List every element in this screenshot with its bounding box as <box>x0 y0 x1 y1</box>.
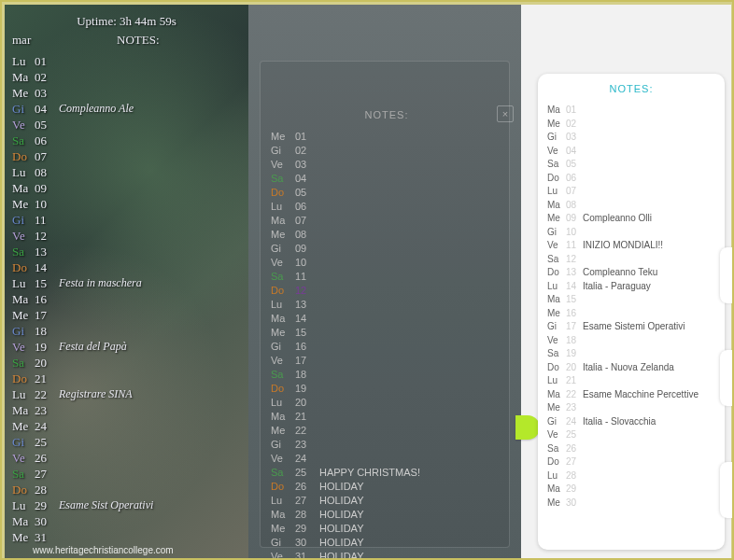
calendar-row: Me30 <box>547 497 715 511</box>
weekday-label: Lu <box>547 374 566 388</box>
calendar-row: Do28 <box>12 482 241 497</box>
calendar-row: Ve26 <box>12 450 241 466</box>
weekday-label: Sa <box>271 466 295 480</box>
day-number: 09 <box>566 212 583 226</box>
day-number: 22 <box>35 386 59 402</box>
calendar-row: Do12 <box>271 284 502 298</box>
day-number: 01 <box>295 130 319 144</box>
weekday-label: Do <box>12 148 35 164</box>
weekday-label: Lu <box>271 298 295 312</box>
weekday-label: Ve <box>271 256 295 270</box>
close-icon[interactable]: × <box>497 105 514 122</box>
weekday-label: Sa <box>547 158 566 172</box>
day-note: Registrare SINA <box>59 386 133 402</box>
weekday-label: Ve <box>547 239 566 253</box>
calendar-row: Me15 <box>271 326 502 340</box>
calendar-row: Ve25 <box>547 428 715 442</box>
day-number: 31 <box>295 550 319 560</box>
weekday-label: Gi <box>547 320 566 334</box>
weekday-label: Ve <box>271 452 295 466</box>
calendar-row: Gi24Italia - Slovacchia <box>547 415 715 429</box>
weekday-label: Gi <box>547 131 566 145</box>
calendar-row: Ve05 <box>12 117 241 133</box>
weekday-label: Do <box>271 186 295 200</box>
day-number: 11 <box>566 239 583 253</box>
day-number: 27 <box>35 466 59 482</box>
day-note: HOLIDAY <box>319 522 363 536</box>
day-number: 06 <box>295 200 319 214</box>
day-note: Compleanno Teku <box>583 266 657 280</box>
calendar-row: Ma01 <box>547 104 715 118</box>
weekday-label: Sa <box>547 253 566 267</box>
calendar-row: Ma28HOLIDAY <box>271 508 502 522</box>
calendar-row: Sa05 <box>547 158 715 172</box>
calendar-row: Lu28 <box>547 469 715 483</box>
day-number: 24 <box>566 415 583 429</box>
calendar-row: Sa25HAPPY CHRISTMAS! <box>271 466 502 480</box>
calendar-row: Ma07 <box>271 214 502 228</box>
day-number: 24 <box>35 418 59 434</box>
day-number: 26 <box>35 450 59 466</box>
day-note: HOLIDAY <box>319 508 363 522</box>
calendar-row: Me17 <box>12 307 241 323</box>
day-number: 03 <box>295 158 319 172</box>
day-note: HOLIDAY <box>319 550 363 560</box>
day-number: 09 <box>295 242 319 256</box>
day-number: 23 <box>295 438 319 452</box>
calendar-row: Me02 <box>547 118 715 132</box>
weekday-label: Me <box>271 228 295 242</box>
day-number: 15 <box>566 293 583 307</box>
day-number: 21 <box>295 410 319 424</box>
day-number: 20 <box>566 361 583 375</box>
side-tab[interactable] <box>720 350 733 406</box>
day-note: HOLIDAY <box>319 536 363 550</box>
day-number: 05 <box>35 117 59 133</box>
calendar-row: Ve10 <box>271 256 502 270</box>
day-number: 10 <box>295 256 319 270</box>
side-tab[interactable] <box>720 247 733 303</box>
weekday-label: Sa <box>12 355 35 371</box>
weekday-label: Do <box>547 455 566 469</box>
day-number: 11 <box>35 212 59 228</box>
calendar-row: Ve12 <box>12 228 241 244</box>
calendar-row: Gi03 <box>547 131 715 145</box>
weekday-label: Ma <box>547 199 566 213</box>
calendar-row: Ve24 <box>271 452 502 466</box>
notes-header: NOTES: <box>547 83 715 94</box>
weekday-label: Me <box>12 307 35 323</box>
day-number: 09 <box>35 180 59 196</box>
calendar-row: Do26HOLIDAY <box>271 480 502 494</box>
day-note: Compleanno Olli <box>583 212 652 226</box>
day-note: Festa in maschera <box>59 275 142 291</box>
day-note: HAPPY CHRISTMAS! <box>319 466 420 480</box>
day-number: 18 <box>566 334 583 348</box>
calendar-row: Gi17Esame Sistemi Operativi <box>547 320 715 334</box>
calendar-row: Me31 <box>12 529 241 545</box>
month-label: mar <box>12 33 59 48</box>
calendar-row: Do21 <box>12 371 241 386</box>
calendar-row: Do13Compleanno Teku <box>547 266 715 280</box>
weekday-label: Sa <box>271 270 295 284</box>
day-number: 23 <box>35 402 59 418</box>
weekday-label: Do <box>271 284 295 298</box>
weekday-label: Ve <box>271 354 295 368</box>
weekday-label: Ma <box>271 214 295 228</box>
weekday-label: Lu <box>12 164 35 180</box>
day-note: Italia - Slovacchia <box>583 415 656 429</box>
weekday-label: Do <box>547 172 566 186</box>
day-number: 28 <box>35 482 59 497</box>
day-number: 13 <box>566 266 583 280</box>
day-note: Esame Macchine Percettive <box>583 388 699 402</box>
calendar-row: Me22 <box>271 424 502 438</box>
day-number: 07 <box>35 148 59 164</box>
weekday-label: Sa <box>271 368 295 382</box>
day-number: 30 <box>566 497 583 511</box>
weekday-label: Ma <box>12 69 35 85</box>
weekday-label: Gi <box>271 438 295 452</box>
calendar-row: Sa06 <box>12 133 241 148</box>
weekday-label: Lu <box>12 275 35 291</box>
day-number: 18 <box>295 368 319 382</box>
day-number: 02 <box>295 144 319 158</box>
side-tab[interactable] <box>720 462 733 518</box>
weekday-label: Ve <box>12 117 35 133</box>
